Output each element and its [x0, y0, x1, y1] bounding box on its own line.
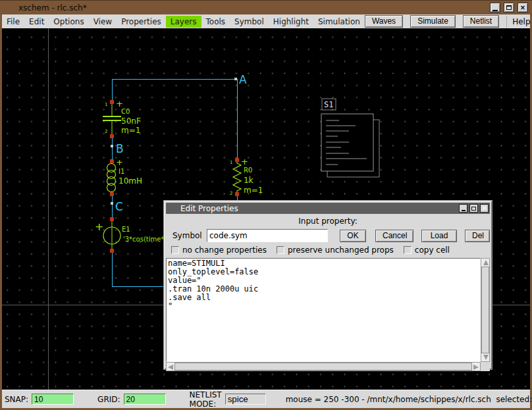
copy-cell-checkbox[interactable]: [404, 246, 412, 254]
scrollbar-corner: [481, 362, 490, 371]
source-pin2-square: [110, 249, 114, 253]
scroll-left-icon[interactable]: [168, 365, 173, 370]
dialog-title: Edit Properties: [180, 204, 238, 213]
component-inductor[interactable]: + I1 10mH: [107, 157, 142, 196]
capacitor-pin2-number: 2: [105, 129, 107, 134]
waves-button[interactable]: Waves: [365, 15, 403, 28]
scroll-up-icon[interactable]: [483, 260, 489, 265]
source-polarity: +: [95, 220, 103, 233]
maximize-icon: [471, 207, 476, 211]
horizontal-scrollbar[interactable]: [166, 362, 481, 371]
snap-label: SNAP:: [5, 395, 28, 404]
grid-input[interactable]: [124, 394, 166, 405]
menu-view[interactable]: View: [89, 16, 117, 28]
inductor-name: I1: [119, 168, 124, 175]
vertical-scrollbar-thumb[interactable]: [481, 267, 489, 353]
dialog-minimize-button[interactable]: [459, 204, 467, 213]
dialog-maximize-button[interactable]: [469, 204, 478, 213]
resistor-pin2-square: [235, 192, 239, 196]
code-block-name: S1: [324, 100, 333, 109]
menu-simulation[interactable]: Simulation: [313, 16, 365, 28]
schematic-canvas[interactable]: A B C + 1 2 C0 50nF m=1: [2, 28, 530, 390]
netlist-mode-input[interactable]: [225, 394, 266, 405]
capacitor-pin1-square: [110, 100, 114, 104]
net-label-a: A: [239, 73, 247, 86]
net-label-c: C: [115, 200, 123, 213]
close-icon: ×: [482, 205, 487, 211]
mouse-coordinates-info: mouse = 250 -300 - /mnt/x/home/schippes/…: [286, 395, 532, 404]
menu-tools[interactable]: Tools: [201, 16, 230, 28]
resistor-polarity: +: [241, 157, 248, 167]
scroll-right-icon[interactable]: [473, 365, 479, 370]
minimize-icon: [462, 210, 466, 211]
properties-textarea[interactable]: name=STIMULI only_toplevel=false value="…: [166, 258, 481, 362]
resistor-mult: m=1: [244, 186, 263, 195]
y-axis-line: [48, 28, 49, 390]
window-maximize-button[interactable]: [504, 3, 514, 13]
capacitor-name: C0: [121, 108, 130, 115]
menu-properties[interactable]: Properties: [117, 16, 166, 28]
component-resistor[interactable]: + 1 2 R0 1k m=1: [230, 157, 263, 196]
grid-label: GRID:: [97, 395, 120, 404]
capacitor-mult: m=1: [121, 126, 140, 135]
menu-highlight[interactable]: Highlight: [269, 16, 313, 28]
cancel-button[interactable]: Cancel: [375, 230, 413, 242]
scroll-down-icon[interactable]: [483, 355, 489, 360]
no-change-properties-label: no change properties: [182, 245, 267, 255]
menu-symbol[interactable]: Symbol: [230, 16, 269, 28]
resistor-pin1-number: 1: [230, 160, 232, 165]
component-code-block[interactable]: S1: [321, 99, 379, 177]
edit-properties-dialog: Edit Properties × Input property: Symbol…: [163, 200, 492, 370]
simulate-button[interactable]: Simulate: [410, 15, 456, 28]
preserve-unchanged-props-checkbox[interactable]: [277, 246, 284, 254]
netlist-mode-label: NETLIST MODE:: [190, 390, 222, 409]
netlist-button[interactable]: Netlist: [463, 15, 499, 28]
inductor-pin2-square: [110, 192, 114, 196]
symbol-label: Symbol: [173, 231, 207, 240]
xschem-window: xschem - rlc.sch* × File Edit Options Vi…: [0, 0, 532, 410]
inductor-value: 10mH: [119, 176, 142, 186]
net-label-b: B: [116, 142, 124, 155]
resistor-value: 1k: [244, 176, 253, 185]
window-minimize-button[interactable]: [490, 3, 500, 13]
horizontal-scrollbar-thumb[interactable]: [174, 363, 472, 371]
resistor-pin2-number: 2: [230, 191, 232, 196]
symbol-input[interactable]: [207, 229, 328, 242]
input-property-label: Input property:: [166, 214, 490, 228]
vertical-scrollbar[interactable]: [481, 258, 490, 362]
inductor-polarity: +: [116, 157, 123, 167]
resistor-name: R0: [244, 167, 252, 174]
component-capacitor[interactable]: + 1 2 C0 50nF m=1: [103, 99, 141, 138]
preserve-unchanged-props-label: preserve unchanged props: [288, 245, 394, 255]
menu-layers[interactable]: Layers: [166, 16, 201, 28]
resistor-pin1-square: [235, 158, 239, 162]
menu-edit[interactable]: Edit: [24, 16, 49, 28]
menu-options[interactable]: Options: [49, 16, 88, 28]
snap-input[interactable]: [32, 394, 74, 405]
maximize-icon: [506, 5, 512, 10]
net-label-pins: [111, 78, 237, 205]
window-title: xschem - rlc.sch*: [18, 3, 87, 13]
component-source[interactable]: + E1 '3*cos(time*ti: [95, 217, 169, 253]
dialog-titlebar[interactable]: Edit Properties ×: [166, 203, 490, 214]
statusbar: SNAP: GRID: NETLIST MODE: mouse = 250 -3…: [2, 390, 530, 408]
copy-cell-label: copy cell: [415, 245, 450, 255]
capacitor-polarity: +: [116, 99, 123, 109]
window-close-button[interactable]: ×: [518, 3, 528, 13]
source-name: E1: [122, 226, 130, 233]
del-button[interactable]: Del: [465, 230, 490, 242]
menu-file[interactable]: File: [2, 16, 24, 28]
inductor-pin1-square: [110, 159, 114, 163]
source-value: '3*cos(time*ti: [123, 236, 169, 243]
no-change-properties-checkbox[interactable]: [171, 246, 179, 254]
ok-button[interactable]: OK: [340, 230, 366, 242]
source-pin1-square: [110, 217, 114, 221]
menu-help[interactable]: Help: [506, 16, 532, 28]
net-labels[interactable]: A B C: [115, 73, 247, 213]
dialog-close-button[interactable]: ×: [480, 204, 489, 213]
capacitor-pin1-number: 1: [105, 102, 107, 107]
window-titlebar[interactable]: xschem - rlc.sch* ×: [0, 0, 532, 14]
minimize-icon: [492, 10, 498, 11]
load-button[interactable]: Load: [421, 230, 457, 242]
capacitor-pin2-square: [110, 134, 114, 138]
